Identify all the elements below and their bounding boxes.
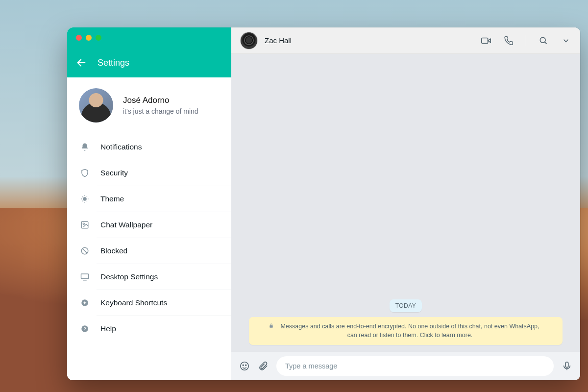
minimize-window-button[interactable] [86,35,92,41]
blocked-icon [80,246,90,256]
menu-item-theme[interactable]: Theme [97,186,231,212]
app-window: Settings José Adorno it's just a change … [67,27,580,380]
encryption-notice[interactable]: Messages and calls are end-to-end encryp… [249,317,563,345]
sidebar-header: Settings [67,27,231,77]
settings-menu: Notifications Security Theme Chat Wallpa… [67,131,231,342]
svg-point-3 [83,223,84,224]
profile-avatar [79,88,113,122]
svg-point-12 [540,37,545,43]
arrow-left-icon [76,57,87,68]
menu-label: Security [100,169,128,177]
phone-icon [504,36,514,46]
keyboard-icon [80,298,90,308]
menu-label: Blocked [100,246,127,255]
emoji-button[interactable] [239,361,250,371]
svg-rect-14 [270,325,272,328]
encryption-text: Messages and calls are end-to-end encryp… [277,322,543,341]
bell-icon [80,142,90,152]
menu-label: Desktop Settings [100,272,158,281]
menu-item-desktop[interactable]: Desktop Settings [97,264,231,290]
search-icon [539,36,548,46]
lock-icon [269,323,274,328]
menu-item-wallpaper[interactable]: Chat Wallpaper [97,212,231,238]
menu-label: Help [100,324,116,333]
chevron-down-icon [562,36,570,45]
video-icon [481,35,491,46]
profile-name: José Adorno [123,96,198,105]
search-button[interactable] [538,35,549,46]
profile-status: it's just a change of mind [123,107,198,115]
menu-item-shortcuts[interactable]: Keyboard Shortcuts [97,290,231,316]
svg-text:?: ? [83,326,86,331]
menu-label: Keyboard Shortcuts [100,298,167,307]
svg-line-13 [545,42,547,44]
theme-icon [80,194,90,204]
svg-line-5 [82,248,87,253]
settings-sidebar: Settings José Adorno it's just a change … [67,27,231,380]
menu-label: Theme [100,195,124,203]
message-placeholder: Type a message [285,362,337,370]
emoji-icon [239,360,250,372]
window-controls [67,27,231,48]
microphone-icon [562,361,572,371]
contact-name[interactable]: Zac Hall [265,36,474,45]
svg-point-16 [243,365,244,366]
paperclip-icon [258,361,269,371]
divider [526,35,526,46]
menu-label: Chat Wallpaper [100,220,152,229]
back-button[interactable] [76,57,87,68]
voice-message-button[interactable] [562,361,572,371]
desktop-icon [80,272,90,282]
menu-item-notifications[interactable]: Notifications [67,134,231,160]
chat-panel: Zac Hall TODAY [231,27,580,380]
wallpaper-icon [80,220,90,230]
zoom-window-button[interactable] [96,35,101,41]
menu-button[interactable] [561,35,571,46]
shield-icon [80,168,90,178]
message-input[interactable]: Type a message [276,356,554,376]
svg-rect-18 [565,362,568,368]
chat-header: Zac Hall [231,27,580,54]
profile-section[interactable]: José Adorno it's just a change of mind [67,77,231,131]
help-icon: ? [80,324,90,334]
svg-point-17 [245,365,246,366]
sidebar-title: Settings [98,58,129,68]
menu-item-help[interactable]: ? Help [97,316,231,342]
date-pill: TODAY [390,299,422,312]
svg-point-15 [241,362,249,370]
message-composer: Type a message [231,352,580,380]
svg-rect-11 [482,38,488,43]
menu-item-blocked[interactable]: Blocked [97,238,231,264]
svg-rect-6 [81,274,89,279]
menu-item-security[interactable]: Security [97,160,231,186]
close-window-button[interactable] [76,35,82,41]
video-call-button[interactable] [481,35,491,46]
chat-body: TODAY Messages and calls are end-to-end … [231,54,580,352]
attach-button[interactable] [258,361,269,371]
contact-avatar[interactable] [240,32,258,49]
menu-label: Notifications [100,143,142,151]
header-actions [481,35,571,46]
voice-call-button[interactable] [503,35,514,46]
svg-point-1 [83,197,87,201]
